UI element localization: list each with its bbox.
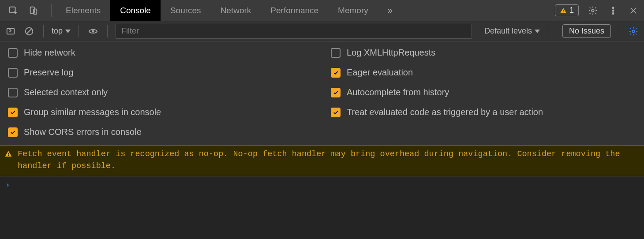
live-expression-icon[interactable] <box>87 25 99 37</box>
issues-label: No Issues <box>569 26 604 36</box>
tabs-list: Elements Console Sources Network Perform… <box>56 0 402 21</box>
context-label: top <box>52 26 63 36</box>
svg-rect-3 <box>563 10 563 11</box>
divider <box>43 25 44 37</box>
checkbox[interactable] <box>8 127 18 137</box>
console-settings-gear-icon[interactable] <box>627 25 640 37</box>
setting-autocomplete-history[interactable]: Autocomplete from history <box>331 87 636 97</box>
more-tabs-button[interactable]: » <box>378 0 402 21</box>
svg-point-7 <box>612 10 614 11</box>
chevron-down-icon <box>65 30 71 33</box>
setting-label: Eager evaluation <box>347 67 413 78</box>
console-output: Fetch event handler is recognized as no-… <box>0 146 644 193</box>
svg-point-6 <box>612 7 614 8</box>
svg-point-8 <box>612 12 614 14</box>
console-prompt[interactable]: › <box>0 176 644 193</box>
context-selector[interactable]: top <box>52 26 71 36</box>
svg-rect-14 <box>8 155 9 156</box>
checkbox[interactable] <box>331 108 341 117</box>
warnings-badge[interactable]: 1 <box>555 4 579 16</box>
svg-point-5 <box>592 9 594 12</box>
tab-performance[interactable]: Performance <box>261 0 328 21</box>
divider <box>107 25 108 37</box>
console-toolbar: top Default levels No Issues <box>0 21 644 41</box>
tabbar-right-icons: 1 <box>555 4 640 17</box>
svg-rect-13 <box>8 153 9 155</box>
log-levels-selector[interactable]: Default levels <box>484 26 540 36</box>
warnings-count: 1 <box>569 6 574 15</box>
tab-sources[interactable]: Sources <box>161 0 211 21</box>
divider <box>51 4 52 17</box>
setting-label: Preserve log <box>24 67 73 78</box>
setting-label: Log XMLHttpRequests <box>347 48 435 58</box>
chevron-down-icon <box>535 30 540 33</box>
levels-label: Default levels <box>484 26 532 36</box>
close-icon[interactable] <box>627 4 640 17</box>
svg-point-12 <box>632 30 635 33</box>
setting-label: Hide network <box>24 48 75 58</box>
devtools-tabbar: Elements Console Sources Network Perform… <box>0 0 644 21</box>
setting-label: Group similar messages in console <box>24 107 161 117</box>
setting-group-similar[interactable]: Group similar messages in console <box>8 107 313 117</box>
setting-preserve-log[interactable]: Preserve log <box>8 67 313 78</box>
issues-button[interactable]: No Issues <box>562 24 611 38</box>
tab-network[interactable]: Network <box>211 0 261 21</box>
tab-console[interactable]: Console <box>110 0 161 21</box>
checkbox[interactable] <box>331 68 341 78</box>
setting-label: Selected context only <box>24 87 108 97</box>
checkbox[interactable] <box>331 88 341 97</box>
kebab-menu-icon[interactable] <box>607 4 619 17</box>
checkbox[interactable] <box>8 88 18 97</box>
divider <box>548 25 548 37</box>
tab-elements[interactable]: Elements <box>56 0 110 21</box>
svg-rect-4 <box>563 11 563 12</box>
console-warning-message[interactable]: Fetch event handler is recognized as no-… <box>0 146 644 176</box>
tabbar-left-icons <box>7 4 40 17</box>
console-settings-panel: Hide network Preserve log Selected conte… <box>0 41 644 146</box>
clear-console-icon[interactable] <box>23 25 35 37</box>
checkbox[interactable] <box>8 68 18 78</box>
checkbox[interactable] <box>8 48 18 58</box>
setting-hide-network[interactable]: Hide network <box>8 48 313 58</box>
prompt-caret-icon: › <box>5 180 10 189</box>
tab-memory[interactable]: Memory <box>328 0 378 21</box>
setting-user-activation[interactable]: Treat evaluated code as triggered by a u… <box>331 107 636 117</box>
setting-selected-context[interactable]: Selected context only <box>8 87 313 97</box>
toggle-sidebar-icon[interactable] <box>4 25 17 37</box>
setting-log-xhr[interactable]: Log XMLHttpRequests <box>331 48 636 58</box>
setting-cors-errors[interactable]: Show CORS errors in console <box>8 127 313 137</box>
warning-text: Fetch event handler is recognized as no-… <box>18 149 640 172</box>
settings-gear-icon[interactable] <box>587 4 599 17</box>
device-toolbar-icon[interactable] <box>27 4 40 17</box>
divider <box>79 25 79 37</box>
setting-label: Autocomplete from history <box>347 87 449 97</box>
checkbox[interactable] <box>8 108 18 117</box>
settings-right-column: Log XMLHttpRequests Eager evaluation Aut… <box>331 48 636 137</box>
warning-triangle-icon <box>4 150 12 158</box>
checkbox[interactable] <box>331 48 341 58</box>
settings-left-column: Hide network Preserve log Selected conte… <box>8 48 313 137</box>
setting-label: Show CORS errors in console <box>24 127 142 137</box>
setting-label: Treat evaluated code as triggered by a u… <box>347 107 543 117</box>
divider <box>619 25 619 37</box>
inspect-element-icon[interactable] <box>7 4 19 17</box>
filter-input[interactable] <box>116 24 472 39</box>
setting-eager-eval[interactable]: Eager evaluation <box>331 67 636 78</box>
svg-point-11 <box>92 30 94 33</box>
